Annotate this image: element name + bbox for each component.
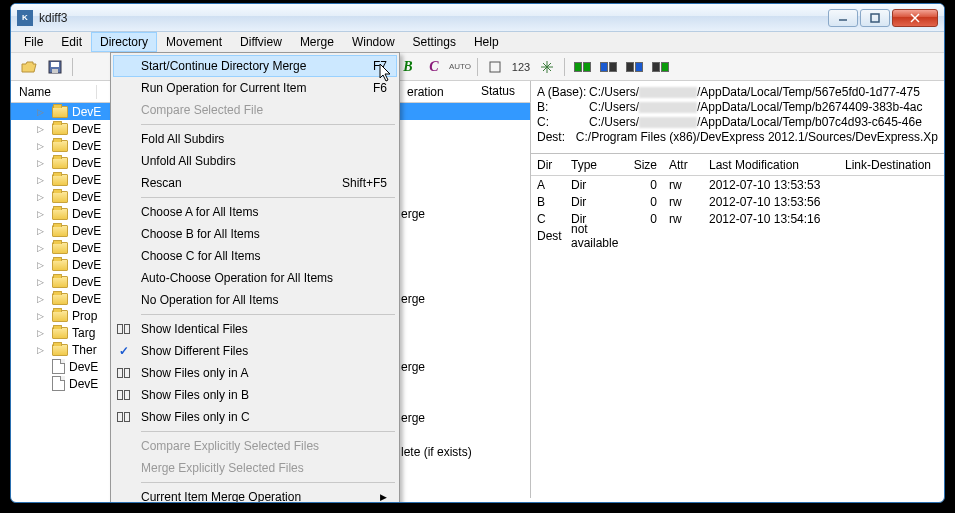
tree-item-label: Ther xyxy=(72,343,97,357)
menu-item[interactable]: Show Files only in C xyxy=(113,406,397,428)
menu-item[interactable]: Start/Continue Directory MergeF7 xyxy=(113,55,397,77)
menu-item-label: Show Files only in A xyxy=(141,366,248,380)
expand-icon[interactable]: ▷ xyxy=(35,191,46,202)
menu-separator xyxy=(141,197,395,198)
menu-merge[interactable]: Merge xyxy=(291,32,343,52)
col-size[interactable]: Size xyxy=(619,158,663,172)
tree-item-label: DevE xyxy=(69,360,98,374)
col-attr[interactable]: Attr xyxy=(663,158,703,172)
toolbar-separator xyxy=(72,58,73,76)
expand-icon[interactable]: ▷ xyxy=(35,123,46,134)
menu-item[interactable]: Choose C for All Items xyxy=(113,245,397,267)
expand-icon[interactable]: ▷ xyxy=(35,259,46,270)
expand-icon[interactable]: ▷ xyxy=(35,174,46,185)
expand-icon[interactable]: ▷ xyxy=(35,327,46,338)
show-a-only-button[interactable] xyxy=(596,56,620,78)
expand-icon[interactable]: ▷ xyxy=(35,242,46,253)
save-icon[interactable] xyxy=(43,56,67,78)
menu-separator xyxy=(141,431,395,432)
square-button[interactable] xyxy=(483,56,507,78)
expand-icon[interactable]: ▷ xyxy=(35,293,46,304)
detail-row: ADir0rw2012-07-10 13:53:53 xyxy=(531,176,944,193)
expand-icon[interactable]: ▷ xyxy=(35,310,46,321)
menu-settings[interactable]: Settings xyxy=(404,32,465,52)
show-identical-button[interactable] xyxy=(570,56,594,78)
show-b-only-button[interactable] xyxy=(622,56,646,78)
choose-c-button[interactable]: C xyxy=(422,56,446,78)
cell-dir: B xyxy=(531,195,565,209)
menu-item[interactable]: No Operation for All Items xyxy=(113,289,397,311)
menu-shortcut: F7 xyxy=(373,59,387,73)
menu-item[interactable]: Current Item Merge Operation▶ xyxy=(113,486,397,503)
directory-menu: Start/Continue Directory MergeF7Run Oper… xyxy=(110,52,400,503)
column-name[interactable]: Name xyxy=(11,85,97,99)
folder-icon xyxy=(52,106,68,118)
expand-icon[interactable]: ▷ xyxy=(35,157,46,168)
expand-icon[interactable] xyxy=(35,378,46,389)
svg-rect-1 xyxy=(871,14,879,22)
menu-item-label: Choose A for All Items xyxy=(141,205,258,219)
expand-icon[interactable] xyxy=(35,361,46,372)
menu-directory[interactable]: Directory xyxy=(91,32,157,52)
menu-item[interactable]: Show Files only in B xyxy=(113,384,397,406)
menu-item[interactable]: Show Identical Files xyxy=(113,318,397,340)
menu-item[interactable]: Choose A for All Items xyxy=(113,201,397,223)
arrows-button[interactable] xyxy=(535,56,559,78)
menu-item-label: Start/Continue Directory Merge xyxy=(141,59,306,73)
app-icon: K xyxy=(17,10,33,26)
menu-item-label: Unfold All Subdirs xyxy=(141,154,236,168)
redacted-text xyxy=(639,117,697,128)
expand-icon[interactable]: ▷ xyxy=(35,344,46,355)
col-mod[interactable]: Last Modification xyxy=(703,158,839,172)
close-button[interactable] xyxy=(892,9,938,27)
folder-icon xyxy=(52,123,68,135)
expand-icon[interactable]: ▷ xyxy=(35,208,46,219)
col-link[interactable]: Link-Destination xyxy=(839,158,944,172)
menu-item[interactable]: Show Files only in A xyxy=(113,362,397,384)
menu-item[interactable]: Unfold All Subdirs xyxy=(113,150,397,172)
menu-item[interactable]: Fold All Subdirs xyxy=(113,128,397,150)
line-numbers-button[interactable]: 123 xyxy=(509,56,533,78)
menu-item[interactable]: ✓Show Different Files xyxy=(113,340,397,362)
col-dir[interactable]: Dir xyxy=(531,158,565,172)
cell-size: 0 xyxy=(619,212,663,226)
menu-icon xyxy=(117,324,130,334)
menu-item[interactable]: Auto-Choose Operation for All Items xyxy=(113,267,397,289)
menu-movement[interactable]: Movement xyxy=(157,32,231,52)
svg-rect-5 xyxy=(51,62,59,67)
menu-window[interactable]: Window xyxy=(343,32,404,52)
detail-header: Dir Type Size Attr Last Modification Lin… xyxy=(531,154,944,176)
show-c-only-button[interactable] xyxy=(648,56,672,78)
cell-attr: rw xyxy=(663,178,703,192)
redacted-text xyxy=(639,87,697,98)
folder-icon xyxy=(52,191,68,203)
path-label: C: xyxy=(537,115,589,129)
expand-icon[interactable]: ▷ xyxy=(35,276,46,287)
column-status[interactable]: Status xyxy=(481,84,515,98)
menu-item-label: No Operation for All Items xyxy=(141,293,278,307)
auto-button[interactable]: AUTO xyxy=(448,56,472,78)
expand-icon[interactable]: ▷ xyxy=(35,225,46,236)
path-value: C:/Users//AppData/Local/Temp/567e5fd0-1d… xyxy=(589,85,920,99)
menu-item-label: Current Item Merge Operation xyxy=(141,490,301,503)
submenu-arrow-icon: ▶ xyxy=(380,492,387,502)
redacted-text xyxy=(639,102,697,113)
col-type[interactable]: Type xyxy=(565,158,619,172)
menu-item-label: Auto-Choose Operation for All Items xyxy=(141,271,333,285)
menu-file[interactable]: File xyxy=(15,32,52,52)
menu-item[interactable]: Run Operation for Current ItemF6 xyxy=(113,77,397,99)
menu-edit[interactable]: Edit xyxy=(52,32,91,52)
menu-diffview[interactable]: Diffview xyxy=(231,32,291,52)
folder-icon xyxy=(52,225,68,237)
maximize-button[interactable] xyxy=(860,9,890,27)
minimize-button[interactable] xyxy=(828,9,858,27)
menu-item[interactable]: RescanShift+F5 xyxy=(113,172,397,194)
path-row: A (Base):C:/Users//AppData/Local/Temp/56… xyxy=(537,85,938,99)
menu-item[interactable]: Choose B for All Items xyxy=(113,223,397,245)
open-icon[interactable] xyxy=(17,56,41,78)
menu-shortcut: Shift+F5 xyxy=(342,176,387,190)
expand-icon[interactable]: ▷ xyxy=(35,140,46,151)
menu-help[interactable]: Help xyxy=(465,32,508,52)
expand-icon[interactable]: ▷ xyxy=(35,106,46,117)
tree-item-label: DevE xyxy=(72,156,101,170)
